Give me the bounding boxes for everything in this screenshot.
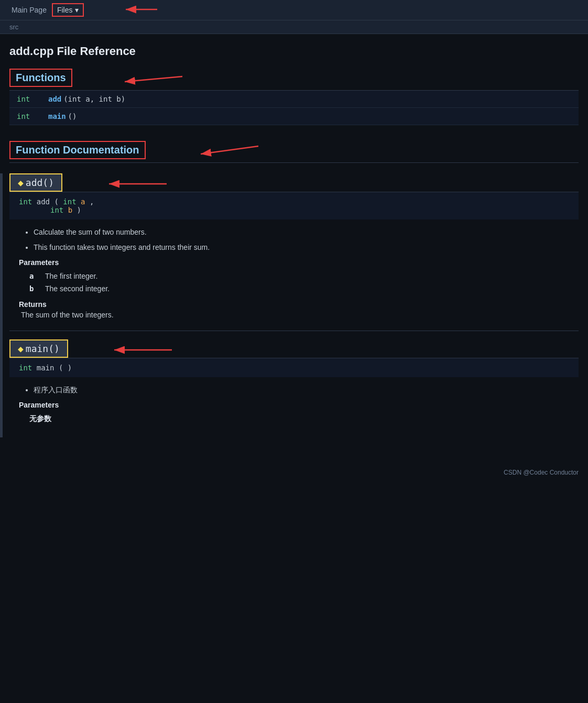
main-sig-name: main [37,364,59,372]
sig-param1-name: a [81,197,85,206]
breadcrumb-path[interactable]: src [9,23,18,31]
sig-param2-type: int [50,206,63,214]
func-add-params-section: Parameters a The first integer. b The se… [19,258,569,294]
sig-comma: , [90,197,94,206]
footer: CSDN @Codec Conductor [0,464,588,481]
list-item: 程序入口函数 [34,385,569,396]
return-type-cell: int [9,108,41,125]
func-add-returns: Returns The sum of the two integers. [19,300,569,319]
param-row-none: 无参数 [19,413,569,425]
func-add-signature: int add ( int a , int b ) [9,192,579,219]
list-item: This function takes two integers and ret… [34,242,569,253]
returns-title: Returns [19,300,569,309]
add-section-divider [9,331,579,331]
sig-paren-close: ) [77,206,81,214]
func-doc-section: Function Documentation ◆ add() [9,141,579,437]
func-main-desc-list: 程序入口函数 [19,385,569,396]
param-desc-b: The second integer. [45,284,110,293]
main-anchor-name: main() [26,343,60,354]
add-anchor-marker: ◆ [18,177,24,188]
main-sig-parens: ( ) [59,364,72,372]
func-add-params: (int a, int b) [63,95,125,103]
sig-name: add [37,197,55,206]
params-title: Parameters [19,258,569,267]
func-main-params: () [68,112,77,120]
func-main-params-section: Parameters 无参数 [19,401,569,425]
function-cell: main () [41,108,579,125]
svg-line-5 [201,146,258,154]
annotation-arrow-functions [119,71,188,92]
param-row-b: b The second integer. [19,283,569,294]
func-doc-divider [9,162,579,163]
functions-heading: Functions [9,69,72,87]
main-params-title: Parameters [19,401,569,409]
annotation-arrow-files [121,0,162,20]
sig-paren-open: ( [54,197,63,206]
files-dropdown-arrow: ▾ [75,6,79,14]
func-main-link[interactable]: main [48,112,66,120]
func-doc-heading: Function Documentation [9,141,146,159]
function-cell: add (int a, int b) [41,91,579,108]
param-name-b: b [29,284,40,293]
func-add-desc: Calculate the sum of two numbers. This f… [9,219,579,326]
sig-return-type: int [19,197,32,206]
functions-section: Functions int add (int a, int b) [9,69,579,125]
func-main-signature: int main ( ) [9,358,579,377]
add-anchor-name: add() [26,177,54,188]
breadcrumb: src [0,20,588,34]
return-type-cell: int [9,91,41,108]
sig-indent: int b ) [19,206,81,214]
sig-param1-type: int [63,197,76,206]
svg-line-3 [125,76,182,82]
param-row-a: a The first integer. [19,271,569,281]
annotation-arrow-add [104,176,172,192]
func-main-anchor: ◆ main() [9,339,68,358]
returns-text: The sum of the two integers. [19,311,569,319]
func-main-desc: 程序入口函数 Parameters 无参数 [9,377,579,437]
top-navigation: Main Page Files ▾ [0,0,588,20]
list-item: Calculate the sum of two numbers. [34,227,569,238]
functions-table: int add (int a, int b) int main () [9,91,579,125]
annotation-arrow-main [109,342,177,358]
param-name-a: a [29,272,40,280]
main-content: add.cpp File Reference Functions int [0,34,588,453]
table-row: int add (int a, int b) [9,91,579,108]
func-entry-main: ◆ main() int main [9,339,579,437]
sig-param2-name: b [68,206,72,214]
annotation-arrow-func-doc [195,144,264,164]
param-name-none: 无参数 [29,414,51,424]
func-add-desc-list: Calculate the sum of two numbers. This f… [19,227,569,253]
table-row: int main () [9,108,579,125]
func-add-anchor: ◆ add() [9,173,62,192]
page-title: add.cpp File Reference [9,45,579,58]
func-entry-add: ◆ add() int add [9,173,579,331]
param-desc-a: The first integer. [45,272,97,280]
files-label: Files [57,6,73,14]
files-menu[interactable]: Files ▾ [52,3,84,17]
main-sig-return: int [19,364,32,372]
func-add-link[interactable]: add [48,95,61,103]
main-anchor-marker: ◆ [18,343,24,354]
main-page-link[interactable]: Main Page [6,4,52,16]
footer-text: CSDN @Codec Conductor [504,469,579,476]
